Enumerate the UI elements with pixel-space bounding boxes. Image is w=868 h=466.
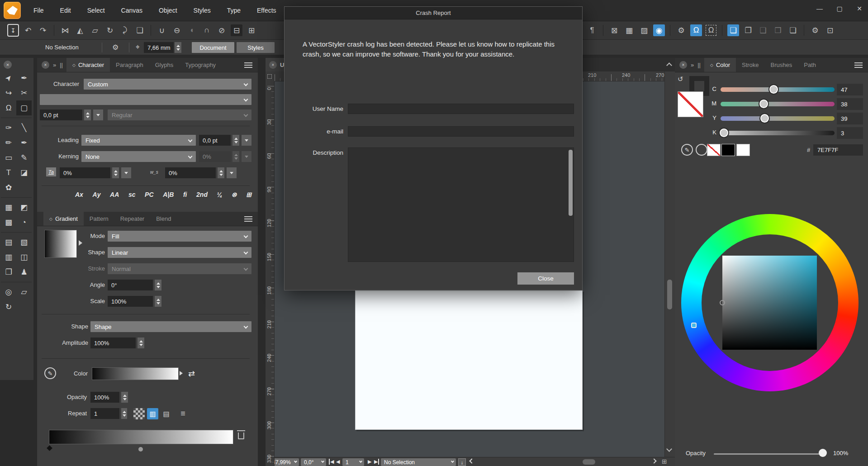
tab-typography[interactable]: Typography	[179, 58, 222, 72]
styles-button[interactable]: Styles	[237, 42, 275, 53]
leading-dropdown[interactable]: Fixed	[81, 135, 196, 146]
tool-rotate-view[interactable]: ↻	[1, 300, 16, 314]
back-chevron-icon[interactable]	[469, 458, 474, 463]
scale-input[interactable]: 100%	[108, 296, 153, 307]
gradient-stop-strip[interactable]	[49, 430, 233, 444]
word-spacing-dropdown-button[interactable]	[227, 167, 237, 178]
boolean-intersect-button[interactable]: ∩	[201, 24, 213, 36]
gradient-stop-marker[interactable]	[47, 445, 52, 451]
export-icon[interactable]: ↓	[458, 458, 466, 466]
app-logo-icon[interactable]	[4, 2, 21, 19]
vertical-scrollbar-thumb[interactable]	[667, 280, 672, 309]
first-page-button[interactable]: ◀	[329, 459, 334, 465]
panel-collapse-icon[interactable]: »	[53, 62, 56, 68]
tool-brush[interactable]: ✎	[16, 150, 32, 165]
mirror-horizontal-button[interactable]: ⋈	[59, 24, 71, 36]
horizontal-scrollbar-thumb[interactable]	[583, 459, 595, 465]
maximize-button[interactable]: ▢	[833, 3, 846, 14]
tool-fan-warp[interactable]: ◔	[16, 215, 32, 230]
workstation-print-button[interactable]: ⊡	[824, 24, 836, 36]
user-name-field[interactable]	[348, 104, 574, 114]
panel-drag-handle[interactable]: ||	[60, 62, 63, 68]
selection-dropdown[interactable]: No Selection	[381, 458, 456, 466]
ordinals-button[interactable]: 2nd	[196, 191, 208, 198]
boolean-divide-button[interactable]: ⊟	[231, 24, 242, 36]
saturation-value-square[interactable]	[722, 256, 817, 350]
tracking-dropdown-button[interactable]	[121, 167, 131, 178]
dialog-title[interactable]: Crash Report	[285, 7, 582, 19]
color-circle-icon[interactable]: .	[696, 144, 707, 156]
font-style-dropdown[interactable]: Regular	[108, 109, 251, 120]
position-stepper[interactable]	[175, 42, 181, 53]
edit-shape-dot-button[interactable]: ❒	[772, 24, 784, 36]
tool-stamp[interactable]: ♟	[16, 265, 32, 280]
last-page-button[interactable]: ▶	[374, 459, 379, 465]
flip-vertical-button[interactable]: ◭	[74, 24, 86, 36]
font-family-dropdown[interactable]	[40, 94, 251, 105]
tool-bricks[interactable]: ▥	[1, 250, 16, 265]
tool-text[interactable]: T	[1, 165, 16, 180]
tool-snap-magnet[interactable]: Ω	[1, 100, 16, 115]
color-panel-drag-handle[interactable]: ||	[697, 62, 701, 68]
gradient-swatch-expand-icon[interactable]	[79, 240, 82, 246]
menu-styles[interactable]: Styles	[185, 7, 219, 14]
slider-knob-m[interactable]	[759, 100, 768, 108]
character-panel-menu-icon[interactable]	[244, 62, 252, 68]
amplitude-input[interactable]: 100%	[90, 338, 136, 348]
settings-gears-button[interactable]: ⚙	[809, 24, 821, 36]
tool-patch[interactable]: ▩	[1, 215, 16, 230]
menu-file[interactable]: File	[25, 7, 52, 14]
color-panel-close-icon[interactable]: ×	[679, 61, 687, 69]
mode-dropdown[interactable]: Fill	[108, 231, 251, 242]
swatch-none[interactable]	[707, 144, 721, 156]
position-input[interactable]: 7,66 mm	[144, 42, 174, 53]
tool-marquee[interactable]: ▢	[16, 100, 32, 115]
tool-width-tool[interactable]: ✿	[1, 180, 16, 195]
menu-edit[interactable]: Edit	[52, 7, 79, 14]
gradient-opacity-stepper[interactable]	[121, 392, 128, 403]
color-eyedropper-icon[interactable]: ✎	[681, 144, 693, 156]
text-styles-button[interactable]: ¶	[586, 24, 598, 36]
font-size-dropdown-button[interactable]	[93, 109, 103, 120]
vertical-scale-button[interactable]: Ay	[93, 191, 101, 198]
opacity-slider-track[interactable]	[714, 453, 822, 455]
leading-amount-input[interactable]: 0,0 pt	[199, 135, 231, 146]
move-copy-button[interactable]: ❏	[134, 24, 146, 36]
new-document-button[interactable]: ↧	[7, 24, 19, 37]
kerning-dropdown[interactable]: None	[81, 151, 196, 162]
page-dropdown[interactable]: 1	[342, 458, 364, 466]
font-size-input[interactable]: 0,0 pt	[40, 109, 82, 120]
description-field[interactable]	[348, 147, 574, 262]
shape-function-dropdown[interactable]: Shape	[90, 321, 251, 332]
tool-line[interactable]: ╲	[16, 120, 32, 135]
document-page[interactable]	[355, 290, 583, 430]
slider-knob-c[interactable]	[769, 85, 778, 94]
leading-dropdown-button[interactable]	[242, 135, 251, 146]
repeat-stepper[interactable]	[121, 408, 127, 419]
redo-button[interactable]: ↷	[37, 24, 49, 36]
tab-paragraph[interactable]: Paragraph	[110, 58, 149, 72]
character-style-dropdown[interactable]: Custom	[84, 79, 251, 90]
edit-shape-combined-button[interactable]: ❏	[787, 24, 799, 36]
gradient-opacity-input[interactable]: 100%	[90, 392, 119, 403]
all-caps-button[interactable]: AA	[110, 191, 119, 198]
color-panel-collapse-icon[interactable]: »	[691, 62, 694, 68]
slider-value-k[interactable]: 3	[837, 127, 863, 139]
previous-page-button[interactable]: ◀	[336, 459, 340, 465]
opacity-slider-knob[interactable]	[819, 449, 827, 457]
dialog-close-button[interactable]: Close	[517, 272, 574, 285]
edit-shape-stroke-button[interactable]: ❐	[742, 24, 754, 36]
tab-character[interactable]: Character	[66, 58, 110, 72]
undo-button[interactable]: ↶	[22, 24, 34, 36]
slider-track-k[interactable]	[721, 131, 835, 135]
tool-color-picker[interactable]: ◎	[1, 285, 16, 300]
slider-value-c[interactable]: 47	[837, 84, 863, 95]
edit-shape-fill-button[interactable]: ❏	[727, 24, 739, 36]
menu-type[interactable]: Type	[219, 7, 249, 14]
vertical-scrollbar[interactable]	[664, 71, 675, 457]
tool-shape-builder[interactable]: ❐	[1, 265, 16, 280]
gradient-color-bar[interactable]	[92, 367, 179, 380]
repeat-tile-icon[interactable]: ▥	[147, 408, 158, 419]
slider-value-m[interactable]: 38	[837, 98, 863, 110]
kerning-amount-input[interactable]: 0%	[199, 151, 231, 162]
